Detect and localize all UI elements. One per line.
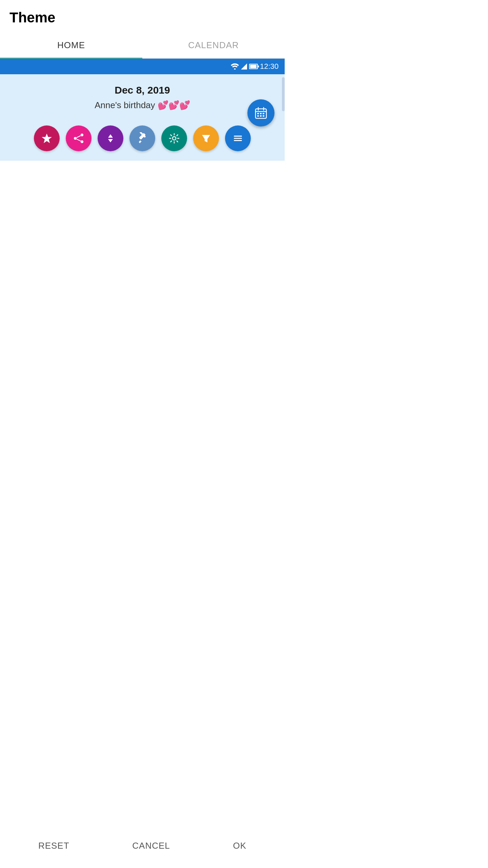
star-icon: [41, 132, 53, 144]
menu-button[interactable]: [225, 125, 251, 151]
svg-point-14: [74, 137, 77, 140]
svg-marker-18: [108, 134, 113, 138]
event-date: Dec 8, 2019: [7, 84, 278, 96]
svg-rect-25: [234, 138, 242, 139]
svg-line-16: [77, 136, 81, 138]
svg-point-0: [234, 68, 236, 70]
paint-icon: [136, 132, 148, 144]
svg-rect-6: [257, 113, 259, 114]
svg-rect-11: [263, 115, 264, 117]
svg-rect-26: [234, 140, 242, 141]
svg-rect-10: [260, 115, 262, 117]
svg-marker-12: [42, 134, 52, 143]
wifi-icon: [231, 63, 239, 70]
calendar-fab[interactable]: [247, 99, 274, 126]
svg-rect-8: [263, 113, 264, 114]
battery-icon: [249, 64, 258, 69]
tab-home[interactable]: HOME: [0, 33, 142, 58]
svg-line-17: [77, 139, 81, 141]
status-time: 12:30: [260, 62, 279, 71]
sort-icon: [104, 132, 117, 144]
settings-icon: [168, 132, 180, 144]
page-title: Theme: [9, 9, 278, 26]
tabs-container: HOME CALENDAR: [0, 33, 285, 59]
svg-rect-9: [257, 115, 259, 117]
sort-button[interactable]: [98, 125, 123, 151]
menu-icon: [232, 132, 244, 144]
paint-button[interactable]: [129, 125, 155, 151]
page-header: Theme: [0, 0, 285, 29]
filter-icon: [200, 132, 212, 144]
status-bar: 12:30: [0, 59, 285, 74]
scrollbar-hint: [282, 77, 285, 111]
favorites-button[interactable]: [34, 125, 60, 151]
event-title: Anne's birthday 💕💕💕: [7, 100, 278, 111]
filter-button[interactable]: [193, 125, 219, 151]
svg-marker-19: [108, 139, 113, 142]
svg-marker-23: [202, 135, 210, 142]
status-icons: 12:30: [231, 62, 279, 71]
svg-marker-1: [241, 63, 247, 70]
settings-button[interactable]: [161, 125, 187, 151]
preview-area: 12:30 Dec 8, 2019 Anne's birthday 💕💕💕: [0, 59, 285, 161]
svg-point-22: [172, 137, 176, 140]
share-button[interactable]: [66, 125, 92, 151]
preview-content: Dec 8, 2019 Anne's birthday 💕💕💕: [0, 74, 285, 117]
share-icon: [73, 132, 85, 144]
signal-icon: [241, 63, 247, 70]
action-buttons: [0, 117, 285, 161]
calendar-fab-icon: [254, 106, 268, 120]
svg-rect-7: [260, 113, 262, 114]
tab-calendar[interactable]: CALENDAR: [142, 33, 285, 58]
svg-point-13: [81, 134, 83, 136]
svg-rect-24: [234, 136, 242, 137]
svg-point-15: [81, 140, 83, 143]
